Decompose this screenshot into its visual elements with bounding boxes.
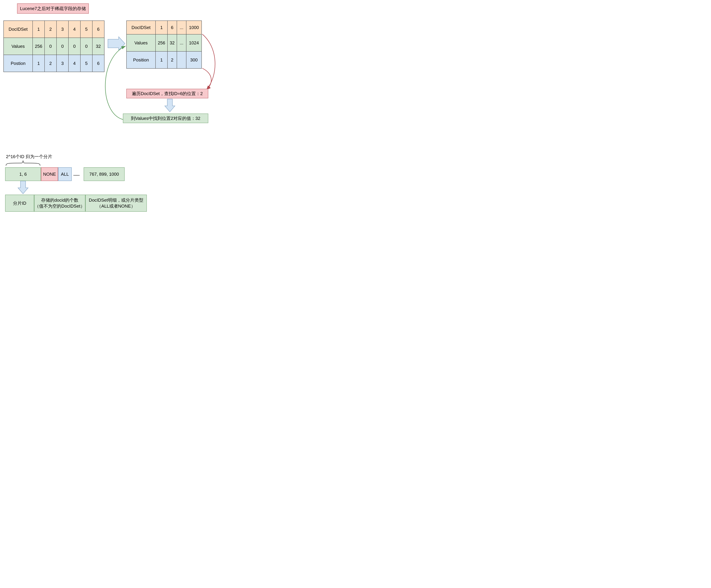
- cell: 5: [80, 55, 92, 72]
- cell: 300: [186, 51, 201, 68]
- cell-label: Values: [4, 38, 33, 55]
- cell: 6: [168, 21, 177, 34]
- transform-arrow-icon: [108, 37, 125, 50]
- cell: 4: [68, 21, 80, 38]
- right-values-row: Values 256 32 ... 1024: [127, 34, 201, 51]
- left-values-row: Values 256 0 0 0 0 32: [4, 38, 104, 55]
- cell: 3: [57, 55, 68, 72]
- cell: 0: [80, 38, 92, 55]
- cell-label: Postion: [4, 55, 33, 72]
- shard-detail-arrow-icon: [18, 181, 28, 194]
- shard-ellipsis: .....: [73, 172, 80, 177]
- cell-label: DocIDSet: [127, 21, 155, 34]
- cell: 256: [33, 38, 45, 55]
- shard-detail-cell: 分片ID: [5, 195, 34, 212]
- shard-detail-cell: DocIDSet明细，或分片类型 （ALL或者NONE）: [85, 195, 147, 212]
- shard-cell: 1, 6: [5, 167, 41, 181]
- cell: 2: [168, 51, 177, 68]
- cell: 5: [80, 21, 92, 38]
- cell: 1: [33, 55, 45, 72]
- shard-cell: 767, 899, 1000: [84, 167, 125, 181]
- cell: 2: [45, 55, 57, 72]
- result-arrow: [105, 46, 126, 120]
- cell: 1024: [186, 34, 201, 51]
- cell: 1: [155, 21, 168, 34]
- cell: 0: [68, 38, 80, 55]
- right-position-row: Position 1 2 300: [127, 51, 201, 68]
- cell: [177, 51, 186, 68]
- cell: ...: [177, 21, 186, 34]
- cell: 0: [57, 38, 68, 55]
- callout-lookup-position: 遍历DocIDSet，查找ID=6的位置：2: [126, 89, 208, 98]
- cell-label: DocIDSet: [4, 21, 33, 38]
- left-table: DocIDSet 1 2 3 4 5 6 Values 256 0 0 0 0 …: [3, 20, 105, 72]
- shard-none-cell: NONE: [41, 167, 58, 181]
- cell: 0: [45, 38, 57, 55]
- cell-label: Position: [127, 51, 155, 68]
- cell: 2: [45, 21, 57, 38]
- cell: ...: [177, 34, 186, 51]
- shard-all-cell: ALL: [58, 167, 72, 181]
- cell: 256: [155, 34, 168, 51]
- cell: 32: [92, 38, 104, 55]
- right-docidset-row: DocIDSet 1 6 ... 1000: [127, 21, 201, 34]
- cell: 32: [168, 34, 177, 51]
- cell: 4: [68, 55, 80, 72]
- callout-found-value: 到Values中找到位置2对应的值：32: [123, 113, 208, 123]
- cell: 1000: [186, 21, 201, 34]
- left-position-row: Postion 1 2 3 4 5 6: [4, 55, 104, 72]
- cell: 6: [92, 55, 104, 72]
- brace-label: 2^16个ID 归为一个分片: [6, 154, 52, 160]
- diagram-title: Lucene7之后对于稀疏字段的存储: [17, 3, 89, 14]
- right-table: DocIDSet 1 6 ... 1000 Values 256 32 ... …: [126, 20, 202, 69]
- cell: 1: [33, 21, 45, 38]
- lookup-arrows: [202, 34, 215, 90]
- cell: 6: [92, 21, 104, 38]
- shard-detail-cell: 存储的docid的个数 （值不为空的DocIDSet）: [34, 195, 85, 212]
- cell-label: Values: [127, 34, 155, 51]
- step-arrow-icon: [165, 97, 179, 112]
- left-docidset-row: DocIDSet 1 2 3 4 5 6: [4, 21, 104, 38]
- brace-icon: [6, 161, 40, 166]
- cell: 3: [57, 21, 68, 38]
- cell: 1: [155, 51, 168, 68]
